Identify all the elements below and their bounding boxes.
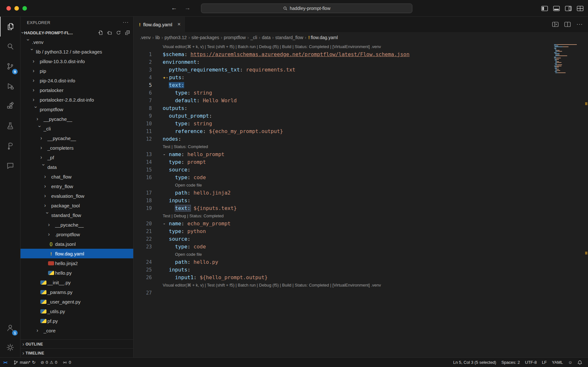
navigate-forward-icon[interactable]: → <box>184 0 191 17</box>
tree-item--promptflow[interactable]: ›.promptflow <box>20 229 133 239</box>
tree-item-hello-py[interactable]: hello.py <box>20 268 133 278</box>
tree-item-flow-dag-yaml[interactable]: !flow.dag.yaml <box>20 249 133 258</box>
branch-status-item[interactable]: main* ↻ <box>11 358 38 367</box>
tree-item-pf-py[interactable]: pf.py <box>20 316 133 326</box>
breadcrumb-separator-icon: › <box>220 35 223 40</box>
promptflow-view-icon[interactable] <box>0 136 20 156</box>
extensions-icon[interactable] <box>0 96 20 116</box>
new-file-icon[interactable] <box>98 30 103 35</box>
tree-item--params-py[interactable]: _params.py <box>20 287 133 297</box>
tree-item--cli[interactable]: ›_cli <box>20 124 133 133</box>
breadcrumb-item[interactable]: site-packages <box>191 35 220 40</box>
tree-item-portalocker[interactable]: ›portalocker <box>20 85 133 95</box>
command-center[interactable]: haddley-prompt-flow <box>201 4 412 13</box>
breadcrumb-item[interactable]: data <box>261 35 272 40</box>
breadcrumb-item[interactable]: .venv <box>139 35 151 40</box>
chevron-right-icon: › <box>33 68 39 74</box>
code-area[interactable]: Visual editor(⌘ + k, v) | Test (shift + … <box>134 43 588 297</box>
tree-item-chat-flow[interactable]: ›chat_flow <box>20 172 133 181</box>
codelens[interactable]: Test | Debug | Status: Completed <box>152 212 224 220</box>
tree-item--pycache-[interactable]: ›__pycache__ <box>20 133 133 143</box>
tree-item-standard-flow[interactable]: ›standard_flow <box>20 210 133 220</box>
encoding-item[interactable]: UTF-8 <box>522 360 539 365</box>
codelens[interactable]: Visual editor(⌘ + k, v) | Test (shift + … <box>152 43 381 51</box>
tree-item-data-jsonl[interactable]: {}data.jsonl <box>20 239 133 249</box>
codelens[interactable]: Visual editor(⌘ + k, v) | Test (shift + … <box>152 281 381 289</box>
tree-item-data[interactable]: ›data <box>20 162 133 172</box>
feedback-smiley-icon[interactable]: ☺ <box>566 360 575 365</box>
code-token <box>163 167 169 173</box>
run-debug-icon[interactable] <box>0 76 20 96</box>
code-token: : <box>187 267 191 273</box>
indentation-item[interactable]: Spaces: 2 <box>499 360 522 365</box>
tree-item-portalocker-2-8-2-dist-info[interactable]: ›portalocker-2.8.2.dist-info <box>20 95 133 104</box>
code-token <box>163 128 175 134</box>
tree-item--user-agent-py[interactable]: _user_agent.py <box>20 297 133 306</box>
tree-item-pillow-10-3-0-dist-info[interactable]: ›pillow-10.3.0.dist-info <box>20 56 133 66</box>
tree-item-pip[interactable]: ›pip <box>20 66 133 76</box>
toggle-secondary-sidebar-icon[interactable] <box>565 5 572 12</box>
tree-item-lib-python3-12-site-packages[interactable]: ›lib / python3.12 / site-packages <box>20 47 133 56</box>
close-tab-icon[interactable]: × <box>177 21 181 28</box>
toggle-primary-sidebar-icon[interactable] <box>541 5 548 12</box>
editor-more-actions-icon[interactable]: ··· <box>576 21 583 28</box>
tree-item-pip-24-0-dist-info[interactable]: ›pip-24.0.dist-info <box>20 76 133 85</box>
tree-item-entry-flow[interactable]: ›entry_flow <box>20 181 133 191</box>
navigate-back-icon[interactable]: ← <box>171 0 177 17</box>
settings-gear-icon[interactable] <box>0 338 20 357</box>
breadcrumb-item[interactable]: promptflow <box>223 35 247 40</box>
tree-item--core[interactable]: ›_core <box>20 326 133 335</box>
source-control-icon[interactable]: 9 <box>0 56 20 76</box>
tree-item--pycache-[interactable]: ›__pycache__ <box>20 114 133 124</box>
workspace-root-row[interactable]: › HADDLEY-PROMPT-FL... <box>20 28 133 37</box>
breadcrumb-item[interactable]: lib <box>154 35 161 40</box>
explorer-icon[interactable] <box>0 17 20 37</box>
problems-status-item[interactable]: ⊘ 0 ⚠ 0 <box>38 358 60 367</box>
line-number: 16 <box>134 174 152 181</box>
tree-item--init-py[interactable]: __init__.py <box>20 278 133 287</box>
chevron-right-icon: › <box>22 341 24 347</box>
close-window-button[interactable] <box>6 6 11 11</box>
tree-item-package-tool[interactable]: ›package_tool <box>20 201 133 210</box>
tree-item-promptflow[interactable]: ›promptflow <box>20 104 133 114</box>
breadcrumb-item[interactable]: python3.12 <box>164 35 188 40</box>
tree-item--pf[interactable]: ›_pf <box>20 153 133 162</box>
minimize-window-button[interactable] <box>14 6 19 11</box>
tree-item--pycache-[interactable]: ›__pycache__ <box>20 220 133 229</box>
tree-item-evaluation-flow[interactable]: ›evaluation_flow <box>20 191 133 201</box>
toggle-panel-icon[interactable] <box>553 5 560 12</box>
notifications-bell-icon[interactable] <box>575 360 585 365</box>
overview-ruler[interactable] <box>584 43 588 297</box>
accounts-icon[interactable]: 1 <box>0 318 20 338</box>
split-editor-icon[interactable] <box>564 21 571 27</box>
codelens[interactable]: Open code file <box>152 181 202 189</box>
minimap[interactable] <box>554 44 583 75</box>
language-mode-item[interactable]: YAML <box>549 360 565 365</box>
breadcrumb-item[interactable]: standard_flow <box>274 35 304 40</box>
outline-section[interactable]: › OUTLINE <box>20 339 133 348</box>
breadcrumb-item[interactable]: flow.dag.yaml <box>310 35 339 40</box>
chat-view-icon[interactable] <box>0 156 20 176</box>
eol-item[interactable]: LF <box>539 360 549 365</box>
refresh-icon[interactable] <box>116 30 121 35</box>
explorer-more-actions-icon[interactable]: ··· <box>123 20 129 25</box>
maximize-window-button[interactable] <box>22 6 27 11</box>
customize-layout-icon[interactable] <box>577 5 584 12</box>
search-view-icon[interactable] <box>0 37 20 56</box>
tree-item--venv[interactable]: ›.venv <box>20 37 133 47</box>
cursor-position-item[interactable]: Ln 5, Col 3 (5 selected) <box>451 360 499 365</box>
tree-item--completers[interactable]: ›_completers <box>20 143 133 153</box>
new-folder-icon[interactable] <box>107 30 112 35</box>
tab-flow-dag-yaml[interactable]: ! flow.dag.yaml × <box>134 17 185 32</box>
ports-status-item[interactable]: 0 <box>60 358 74 367</box>
tree-item--utils-py[interactable]: _utils.py <box>20 306 133 316</box>
open-preview-icon[interactable] <box>552 21 559 27</box>
codelens[interactable]: Open code file <box>152 251 202 258</box>
remote-indicator-icon[interactable]: >< <box>0 360 11 365</box>
codelens[interactable]: Test | Status: Completed <box>152 143 208 151</box>
testing-icon[interactable] <box>0 116 20 136</box>
timeline-section[interactable]: › TIMELINE <box>20 348 133 357</box>
collapse-folders-icon[interactable] <box>125 30 130 35</box>
breadcrumb-item[interactable]: _cli <box>249 35 258 40</box>
tree-item-hello-jinja2[interactable]: hello.jinja2 <box>20 258 133 268</box>
